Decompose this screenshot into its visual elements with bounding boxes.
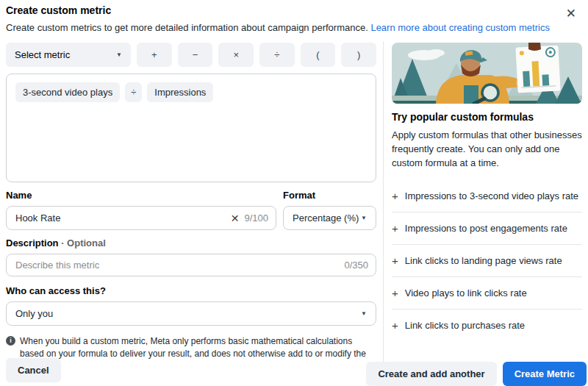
plus-icon: +	[392, 320, 398, 331]
info-icon: i	[6, 336, 15, 346]
dialog-subtitle: Create custom metrics to get more detail…	[6, 21, 562, 35]
plus-icon: +	[392, 223, 398, 234]
column-divider	[383, 41, 384, 386]
formula-chip-metric[interactable]: 3-second video plays	[15, 82, 120, 102]
suggestions-panel: Try popular custom formulas Apply custom…	[392, 43, 582, 341]
formula-chip-operator[interactable]: ÷	[125, 82, 142, 102]
description-input[interactable]	[15, 260, 344, 271]
format-dropdown[interactable]: Percentage (%) ▼	[283, 206, 376, 230]
operator-plus-button[interactable]: +	[137, 43, 172, 67]
close-icon[interactable]: ✕	[566, 7, 576, 20]
name-field-group: Name ✕ 9/100	[6, 190, 276, 230]
metric-toolbar: Select metric ▼ + − × ÷ ( )	[6, 43, 376, 67]
formula-suggestion-label: Video plays to link clicks rate	[405, 287, 527, 299]
form-column: Select metric ▼ + − × ÷ ( ) 3-second vid…	[6, 43, 376, 372]
select-metric-label: Select metric	[15, 49, 70, 60]
formula-suggestion-label: Link clicks to landing page views rate	[405, 255, 562, 266]
info-note: i When you build a custom metric, Meta o…	[6, 335, 373, 372]
name-char-counter: 9/100	[244, 212, 268, 224]
formula-suggestion-label: Link clicks to purchases rate	[405, 320, 525, 331]
chevron-down-icon: ▼	[361, 215, 367, 221]
formula-suggestion[interactable]: + Impressions to post engagements rate	[392, 212, 582, 245]
formula-suggestion[interactable]: + Link clicks to landing page views rate	[392, 245, 582, 277]
name-input[interactable]	[15, 212, 231, 224]
format-label: Format	[283, 190, 376, 201]
format-value: Percentage (%)	[293, 212, 359, 224]
formula-suggestion[interactable]: + Impressions to 3-second video plays ra…	[392, 180, 582, 212]
create-metric-button[interactable]: Create Metric	[503, 362, 587, 386]
cancel-button[interactable]: Cancel	[6, 358, 61, 382]
suggestions-heading: Try popular custom formulas	[392, 111, 582, 123]
dialog-header: Create custom metric Create custom metri…	[6, 4, 562, 35]
operator-divide-button[interactable]: ÷	[259, 43, 295, 67]
chevron-down-icon: ▼	[116, 51, 122, 58]
explorer-illustration	[392, 43, 582, 104]
learn-more-link[interactable]: Learn more about creating custom metrics	[370, 22, 550, 33]
select-metric-dropdown[interactable]: Select metric ▼	[6, 43, 131, 67]
access-dropdown[interactable]: Only you ▼	[6, 301, 376, 326]
plus-icon: +	[392, 190, 398, 201]
name-format-row: Name ✕ 9/100 Format Percentage (%) ▼	[6, 190, 376, 230]
plus-icon: +	[392, 287, 398, 299]
description-char-counter: 0/350	[344, 260, 368, 271]
subtitle-text: Create custom metrics to get more detail…	[6, 22, 370, 33]
format-field-group: Format Percentage (%) ▼	[283, 190, 376, 230]
formula-suggestion[interactable]: + Video plays to link clicks rate	[392, 277, 582, 310]
name-input-box: ✕ 9/100	[6, 206, 276, 230]
operator-open-paren-button[interactable]: (	[301, 43, 336, 67]
footer-actions: Create and add another Create Metric	[366, 362, 587, 386]
clear-name-icon[interactable]: ✕	[231, 212, 240, 224]
description-label: Description · Optional	[6, 237, 376, 249]
operator-minus-button[interactable]: −	[178, 43, 213, 67]
optional-tag: Optional	[67, 237, 106, 249]
chevron-down-icon: ▼	[361, 310, 367, 317]
dialog-title: Create custom metric	[6, 4, 562, 16]
formula-suggestion-label: Impressions to post engagements rate	[405, 223, 567, 234]
info-note-text: When you build a custom metric, Meta onl…	[20, 335, 373, 372]
access-value: Only you	[15, 308, 53, 319]
suggestions-description: Apply custom formulas that other busines…	[392, 129, 582, 171]
formula-editor[interactable]: 3-second video plays ÷ Impressions	[6, 74, 376, 182]
description-field-group: Description · Optional 0/350	[6, 237, 376, 276]
create-and-add-another-button[interactable]: Create and add another	[366, 362, 496, 386]
create-custom-metric-dialog: Create custom metric Create custom metri…	[0, 0, 588, 386]
popular-formulas-list: + Impressions to 3-second video plays ra…	[392, 180, 582, 341]
access-label: Who can access this?	[6, 285, 376, 296]
formula-chip-metric[interactable]: Impressions	[147, 82, 213, 102]
plus-icon: +	[392, 255, 398, 266]
operator-multiply-button[interactable]: ×	[218, 43, 254, 67]
formula-suggestion-label: Impressions to 3-second video plays rate	[405, 190, 578, 201]
description-input-box: 0/350	[6, 254, 376, 276]
access-field-group: Who can access this? Only you ▼	[6, 285, 376, 326]
name-label: Name	[6, 190, 276, 201]
formula-suggestion[interactable]: + Link clicks to purchases rate	[392, 310, 582, 341]
operator-close-paren-button[interactable]: )	[341, 43, 376, 67]
